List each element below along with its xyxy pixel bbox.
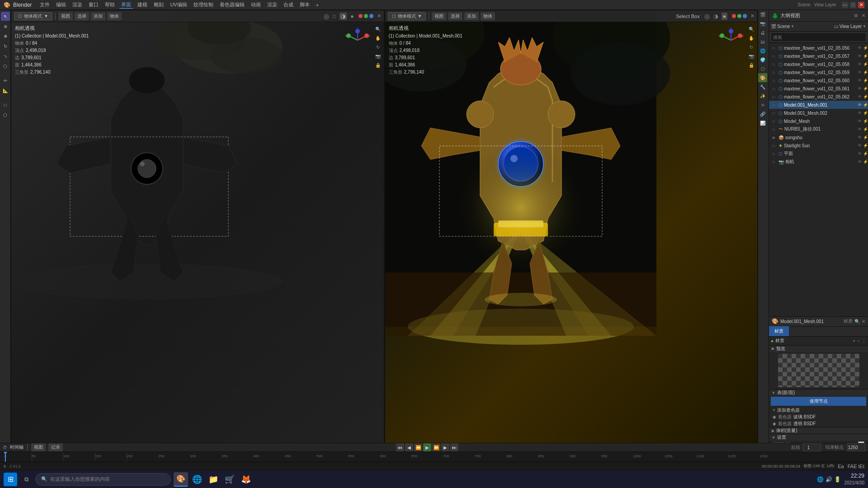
- maximize-button[interactable]: □: [850, 2, 856, 8]
- tray-battery-icon[interactable]: 🔋: [834, 476, 841, 483]
- outliner-filter-icon[interactable]: ⚙: [854, 13, 858, 18]
- end-frame-input[interactable]: [847, 443, 865, 451]
- prop-scene-icon[interactable]: 🎬: [758, 10, 767, 19]
- filter-7[interactable]: ⚡: [863, 103, 868, 107]
- outliner-item-2[interactable]: ▷ ⬡ maxtree_flower_vol1_02_05.058 👁 ⚡: [769, 60, 868, 68]
- outliner-search-input[interactable]: [771, 33, 866, 42]
- filter-10[interactable]: ⚡: [863, 127, 868, 131]
- pan-icon[interactable]: ✋: [374, 34, 382, 42]
- jump-end-btn[interactable]: ⏭: [450, 443, 458, 451]
- left-viewport-shading-solid[interactable]: ◑: [340, 13, 347, 20]
- filter-2[interactable]: ⚡: [863, 62, 868, 66]
- tray-network-icon[interactable]: 🌐: [817, 476, 824, 483]
- menu-file[interactable]: 文件: [38, 1, 52, 8]
- right-viewport[interactable]: ⬡ 物体模式 ▼ 视图 选择 添加 物体 Select Box ◎ ◑ ●: [385, 10, 758, 470]
- preview-section-header[interactable]: ▶ 预览: [769, 345, 868, 352]
- use-nodes-button[interactable]: 使用节点: [771, 397, 866, 406]
- cursor-tool[interactable]: ⊕: [1, 22, 10, 31]
- eye-3[interactable]: 👁: [858, 70, 862, 75]
- minimize-button[interactable]: —: [842, 2, 848, 8]
- outliner-close-icon[interactable]: ✕: [862, 13, 865, 18]
- properties-close[interactable]: ✕: [862, 319, 865, 324]
- taskbar-file-explorer-app[interactable]: 📁: [206, 472, 221, 487]
- outliner-item-5[interactable]: ▷ ⬡ maxtree_flower_vol1_02_05.061 👁 ⚡: [769, 84, 868, 93]
- filter-8[interactable]: ⚡: [863, 111, 868, 115]
- material-add-icon[interactable]: +: [853, 338, 855, 343]
- rotate-view-icon[interactable]: ↻: [374, 43, 382, 51]
- prev-keyframe-btn[interactable]: ⏪: [414, 443, 422, 451]
- eye-8[interactable]: 👁: [858, 111, 862, 115]
- outliner-item-1[interactable]: ▷ ⬡ maxtree_flower_vol1_02_05.057 👁 ⚡: [769, 52, 868, 60]
- taskbar-search-box[interactable]: 🔍 在这里输入你想搜索的内容: [35, 473, 171, 486]
- eye-11[interactable]: 👁: [858, 135, 862, 140]
- prop-particles-icon[interactable]: ✨: [758, 91, 767, 100]
- left-add-btn[interactable]: 添加: [91, 12, 105, 20]
- taskbar-clock[interactable]: 22:29 2021/4/30: [844, 473, 865, 486]
- eye-13[interactable]: 👁: [858, 151, 862, 156]
- prop-scene2-icon[interactable]: 🌐: [758, 46, 767, 55]
- zoom-icon[interactable]: 🔍: [374, 25, 382, 33]
- outliner-item-7[interactable]: ▷ ⬡ Model.001_Mesh.001 👁 ⚡: [769, 101, 868, 109]
- eye-1[interactable]: 👁: [858, 54, 862, 58]
- menu-animation[interactable]: 动画: [249, 1, 263, 8]
- next-frame-btn[interactable]: ▶: [441, 443, 449, 451]
- eye-7[interactable]: 👁: [858, 103, 862, 107]
- right-viewport-shading-solid[interactable]: ◑: [713, 13, 718, 19]
- material-remove-icon[interactable]: −: [857, 338, 860, 343]
- filter-13[interactable]: ⚡: [863, 151, 868, 156]
- filter-1[interactable]: ⚡: [863, 54, 868, 58]
- prop-world-icon[interactable]: 🌍: [758, 55, 767, 64]
- scene-selector-arrow[interactable]: ▼: [791, 24, 794, 28]
- taskbar-store-app[interactable]: 🛒: [222, 472, 237, 487]
- settings-section-header[interactable]: ▼ 设置: [769, 434, 868, 441]
- eye-4[interactable]: 👁: [858, 78, 862, 83]
- prop-render-icon[interactable]: 📷: [758, 19, 767, 28]
- menu-layout[interactable]: 界面: [119, 1, 133, 9]
- add-material-row[interactable]: + 添加着色器: [769, 407, 868, 413]
- filter-0[interactable]: ⚡: [863, 46, 868, 50]
- prop-physics-icon[interactable]: ⚛: [758, 100, 767, 109]
- filter-4[interactable]: ⚡: [863, 78, 868, 83]
- filter-3[interactable]: ⚡: [863, 70, 868, 75]
- eye-0[interactable]: 👁: [858, 46, 862, 50]
- left-viewport-close[interactable]: ✕: [377, 13, 381, 19]
- filter-12[interactable]: ⚡: [863, 143, 868, 148]
- right-object-btn[interactable]: 物体: [481, 12, 495, 20]
- menu-sculpting[interactable]: 雕刻: [152, 1, 165, 8]
- timeline-view-btn[interactable]: 视图: [31, 443, 46, 451]
- menu-compositing[interactable]: 合成: [282, 1, 295, 8]
- prop-constraints-icon[interactable]: 🔗: [758, 109, 767, 118]
- right-view-btn[interactable]: 视图: [432, 12, 446, 20]
- left-mode-selector[interactable]: ⬡ 物体模式 ▼: [14, 12, 52, 20]
- outliner-item-9[interactable]: ▷ ⬡ Model_Mesh 👁 ⚡: [769, 117, 868, 125]
- menu-compositor[interactable]: 纹理绘制: [192, 1, 215, 8]
- menu-shading[interactable]: 着色器编辑: [218, 1, 246, 8]
- menu-render[interactable]: 渲染: [71, 1, 84, 8]
- select-tool[interactable]: ↖: [1, 12, 10, 21]
- prev-frame-btn[interactable]: ◀: [405, 443, 413, 451]
- move-tool[interactable]: ✥: [1, 32, 10, 41]
- outliner-item-3[interactable]: ▷ ⬡ maxtree_flower_vol1_02_05.059 👁 ⚡: [769, 68, 868, 76]
- measure-tool[interactable]: 📐: [1, 86, 10, 95]
- lock-icon[interactable]: 🔒: [374, 61, 382, 69]
- menu-scripting[interactable]: 脚本: [298, 1, 311, 8]
- rotate-tool[interactable]: ↻: [1, 42, 10, 51]
- outliner-item-13[interactable]: ▷ ⬡ 平面 👁 ⚡: [769, 150, 868, 158]
- annotate-tool[interactable]: ✏: [1, 76, 10, 85]
- left-viewport-shading-wire[interactable]: □: [333, 13, 336, 19]
- windows-start-button[interactable]: ⊞: [4, 473, 17, 486]
- outliner-item-11[interactable]: ▶ 📦 songshu 👁 ⚡: [769, 133, 868, 141]
- right-pan-icon[interactable]: ✋: [747, 34, 755, 42]
- taskbar-edge-app[interactable]: 🌐: [190, 472, 204, 487]
- eye-5[interactable]: 👁: [858, 86, 862, 91]
- filter-6[interactable]: ⚡: [863, 94, 868, 99]
- menu-rendering[interactable]: 渲染: [265, 1, 279, 8]
- filter-11[interactable]: ⚡: [863, 135, 868, 140]
- right-zoom-icon[interactable]: 🔍: [747, 25, 755, 33]
- start-frame-input[interactable]: [803, 443, 821, 451]
- material-tab-active[interactable]: 材质: [769, 326, 789, 336]
- add-cube-tool[interactable]: □: [1, 100, 10, 109]
- prop-data-icon[interactable]: 📊: [758, 118, 767, 127]
- outliner-item-10[interactable]: ▷ 〜 NURBS_路径.001 👁 ⚡: [769, 125, 868, 133]
- outliner-item-6[interactable]: ▷ ⬡ maxtree_flower_vol1_02_05.062 👁 ⚡: [769, 93, 868, 101]
